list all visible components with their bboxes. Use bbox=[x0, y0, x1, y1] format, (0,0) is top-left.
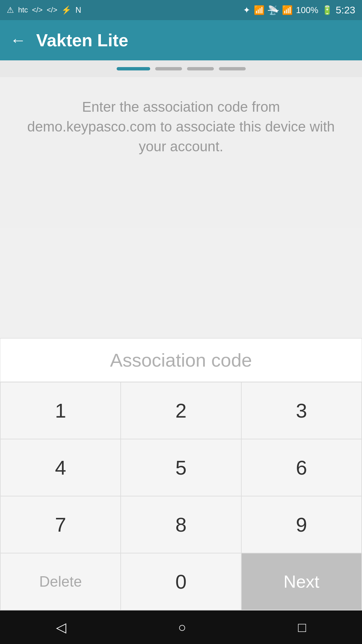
code-placeholder: Association code bbox=[110, 349, 252, 371]
progress-step-4 bbox=[219, 67, 246, 70]
key-4[interactable]: 4 bbox=[0, 439, 121, 496]
key-7[interactable]: 7 bbox=[0, 496, 121, 553]
key-0[interactable]: 0 bbox=[121, 553, 241, 610]
usb-icon: ⚡ bbox=[61, 5, 71, 15]
key-3[interactable]: 3 bbox=[241, 382, 362, 439]
bluetooth-icon: ✦ bbox=[243, 5, 250, 15]
nav-bar: ◁ ○ □ bbox=[0, 610, 362, 644]
status-bar: ⚠ htc </> </> ⚡ N ✦ 📶 📡 📶 100% 🔋 5:23 bbox=[0, 0, 362, 20]
code-display: Association code bbox=[0, 338, 362, 382]
key-1[interactable]: 1 bbox=[0, 382, 121, 439]
status-bar-left: ⚠ htc </> </> ⚡ N bbox=[7, 5, 81, 15]
progress-step-3 bbox=[187, 67, 214, 70]
key-5[interactable]: 5 bbox=[121, 439, 241, 496]
htc-label: htc bbox=[18, 6, 28, 14]
code2-icon: </> bbox=[47, 6, 57, 14]
keypad-container: Association code 1 2 3 4 5 6 7 bbox=[0, 338, 362, 610]
battery-percent: 100% bbox=[296, 5, 318, 15]
key-8[interactable]: 8 bbox=[121, 496, 241, 553]
instruction-text: Enter the association code from demo.key… bbox=[13, 97, 349, 156]
wifi-icon: 📶 bbox=[254, 5, 264, 15]
nav-recent-icon[interactable]: □ bbox=[298, 620, 306, 635]
screen: ⚠ htc </> </> ⚡ N ✦ 📶 📡 📶 100% 🔋 5:23 ← … bbox=[0, 0, 362, 644]
signal-off-icon: 📡 bbox=[268, 5, 279, 15]
nav-home-icon[interactable]: ○ bbox=[178, 620, 186, 635]
key-2[interactable]: 2 bbox=[121, 382, 241, 439]
code-icon: </> bbox=[32, 6, 43, 14]
spacer bbox=[0, 228, 362, 338]
key-delete[interactable]: Delete bbox=[0, 553, 121, 610]
time-display: 5:23 bbox=[336, 4, 355, 16]
nav-back-icon[interactable]: ◁ bbox=[56, 620, 66, 635]
key-9[interactable]: 9 bbox=[241, 496, 362, 553]
signal-icon: 📶 bbox=[282, 5, 293, 15]
n-icon: N bbox=[75, 5, 81, 15]
app-title: Vakten Lite bbox=[36, 30, 128, 50]
battery-icon: 🔋 bbox=[322, 5, 333, 15]
key-6[interactable]: 6 bbox=[241, 439, 362, 496]
progress-step-2 bbox=[155, 67, 182, 70]
warning-icon: ⚠ bbox=[7, 5, 14, 15]
back-button[interactable]: ← bbox=[10, 32, 26, 48]
app-bar: ← Vakten Lite bbox=[0, 20, 362, 60]
keypad-grid: 1 2 3 4 5 6 7 8 9 bbox=[0, 382, 362, 610]
progress-step-1 bbox=[117, 67, 150, 70]
status-bar-right: ✦ 📶 📡 📶 100% 🔋 5:23 bbox=[243, 4, 355, 16]
progress-indicators bbox=[0, 60, 362, 77]
key-next[interactable]: Next bbox=[241, 553, 362, 610]
content-area: Enter the association code from demo.key… bbox=[0, 77, 362, 228]
